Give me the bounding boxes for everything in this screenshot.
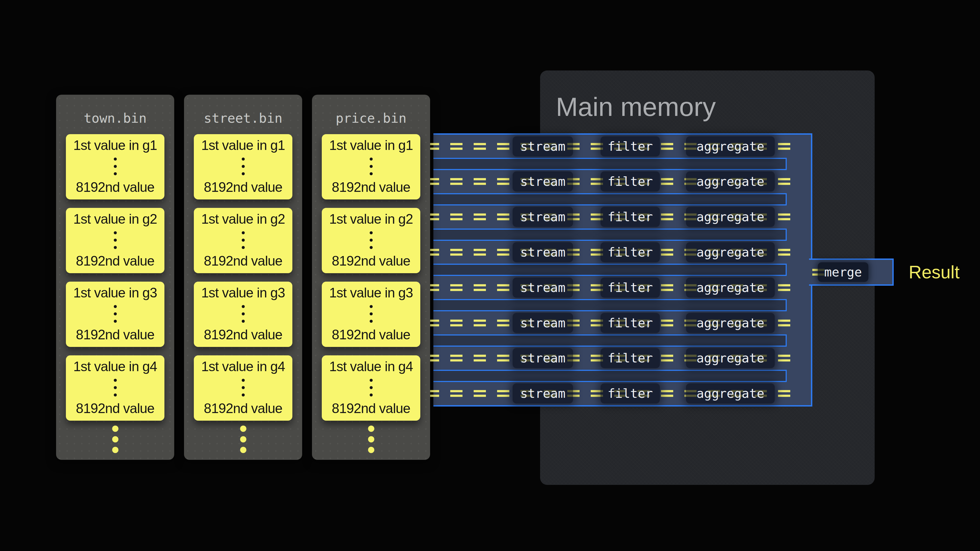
card-last-value-label: 8192nd value bbox=[204, 179, 282, 195]
card-ellipsis-icon bbox=[242, 376, 245, 399]
card-first-value-label: 1st value in g2 bbox=[201, 211, 285, 227]
ellipsis-dot bbox=[114, 157, 117, 160]
operator-box-stream: stream bbox=[512, 278, 573, 298]
ellipsis-dot bbox=[114, 165, 117, 168]
merge-operator-box: merge bbox=[818, 262, 869, 282]
value-card-g3: 1st value in g38192nd value bbox=[194, 282, 293, 347]
file-panel-price: price.bin1st value in g18192nd value1st … bbox=[312, 95, 430, 460]
card-last-value-label: 8192nd value bbox=[204, 253, 282, 269]
ellipsis-dot bbox=[370, 386, 373, 389]
card-first-value-label: 1st value in g1 bbox=[329, 137, 413, 153]
ellipsis-dot bbox=[242, 246, 245, 249]
operator-box-stream: stream bbox=[512, 242, 573, 262]
operator-box-stream: stream bbox=[512, 136, 573, 156]
value-card-g4: 1st value in g48192nd value bbox=[322, 356, 420, 421]
card-last-value-label: 8192nd value bbox=[76, 179, 154, 195]
ellipsis-dot bbox=[242, 231, 245, 234]
pipeline-gap-slot bbox=[433, 299, 787, 311]
card-ellipsis-icon bbox=[242, 156, 245, 178]
ellipsis-dot bbox=[370, 312, 373, 315]
value-card-g3: 1st value in g38192nd value bbox=[322, 282, 420, 347]
ellipsis-dot bbox=[114, 312, 117, 315]
ellipsis-dot bbox=[370, 231, 373, 234]
result-label: Result bbox=[909, 261, 959, 283]
card-first-value-label: 1st value in g1 bbox=[201, 137, 285, 153]
card-first-value-label: 1st value in g4 bbox=[201, 359, 285, 375]
value-card-g4: 1st value in g48192nd value bbox=[194, 356, 293, 421]
ellipsis-dot bbox=[242, 394, 245, 397]
ellipsis-dot bbox=[370, 379, 373, 382]
operator-box-filter: filter bbox=[601, 242, 660, 262]
operator-box-stream: stream bbox=[512, 348, 573, 368]
ellipsis-dot bbox=[240, 447, 247, 453]
ellipsis-dot bbox=[242, 165, 245, 168]
operator-box-stream: stream bbox=[512, 313, 573, 333]
file-title-street: street.bin bbox=[184, 111, 302, 126]
operator-box-filter: filter bbox=[601, 171, 660, 192]
card-ellipsis-icon bbox=[370, 156, 373, 178]
card-last-value-label: 8192nd value bbox=[332, 253, 410, 269]
operator-box-aggregate: aggregate bbox=[686, 383, 775, 403]
ellipsis-dot bbox=[114, 239, 117, 241]
ellipsis-dot bbox=[368, 426, 374, 432]
card-last-value-label: 8192nd value bbox=[76, 327, 154, 343]
pipeline-gap-slot bbox=[433, 229, 787, 241]
ellipsis-dot bbox=[242, 379, 245, 382]
operator-box-filter: filter bbox=[601, 313, 660, 333]
card-ellipsis-icon bbox=[370, 303, 373, 325]
ellipsis-dot bbox=[370, 320, 373, 323]
value-card-g2: 1st value in g28192nd value bbox=[322, 208, 420, 273]
operator-box-aggregate: aggregate bbox=[686, 136, 775, 156]
operator-box-filter: filter bbox=[601, 136, 660, 156]
operator-box-aggregate: aggregate bbox=[686, 171, 775, 192]
ellipsis-dot bbox=[114, 379, 117, 382]
operator-box-filter: filter bbox=[601, 348, 660, 368]
ellipsis-dot bbox=[114, 246, 117, 249]
operator-box-aggregate: aggregate bbox=[686, 207, 775, 227]
card-first-value-label: 1st value in g2 bbox=[73, 211, 157, 227]
value-card-g1: 1st value in g18192nd value bbox=[194, 134, 293, 200]
card-first-value-label: 1st value in g4 bbox=[329, 359, 413, 375]
more-groups-ellipsis-icon bbox=[56, 423, 174, 455]
card-ellipsis-icon bbox=[242, 303, 245, 325]
operator-box-stream: stream bbox=[512, 383, 573, 403]
ellipsis-dot bbox=[242, 386, 245, 389]
card-first-value-label: 1st value in g1 bbox=[73, 137, 157, 153]
card-ellipsis-icon bbox=[370, 229, 373, 251]
value-card-g2: 1st value in g28192nd value bbox=[194, 208, 293, 273]
ellipsis-dot bbox=[112, 447, 118, 453]
card-first-value-label: 1st value in g3 bbox=[329, 285, 413, 301]
ellipsis-dot bbox=[370, 172, 373, 175]
card-ellipsis-icon bbox=[114, 229, 117, 251]
more-groups-ellipsis-icon bbox=[312, 423, 430, 455]
operator-box-aggregate: aggregate bbox=[686, 313, 775, 333]
card-first-value-label: 1st value in g4 bbox=[73, 359, 157, 375]
value-card-g2: 1st value in g28192nd value bbox=[66, 208, 164, 273]
ellipsis-dot bbox=[370, 246, 373, 249]
ellipsis-dot bbox=[368, 436, 374, 442]
ellipsis-dot bbox=[240, 436, 247, 442]
ellipsis-dot bbox=[242, 305, 245, 308]
ellipsis-dot bbox=[242, 320, 245, 323]
file-title-town: town.bin bbox=[56, 111, 174, 126]
operator-box-stream: stream bbox=[512, 171, 573, 192]
card-last-value-label: 8192nd value bbox=[204, 327, 282, 343]
value-card-g1: 1st value in g18192nd value bbox=[322, 134, 420, 200]
card-first-value-label: 1st value in g3 bbox=[201, 285, 285, 301]
ellipsis-dot bbox=[114, 386, 117, 389]
ellipsis-dot bbox=[114, 231, 117, 234]
diagram-canvas: Main memory streamfilteraggregatestreamf… bbox=[0, 0, 980, 551]
ellipsis-dot bbox=[242, 157, 245, 160]
main-memory-title: Main memory bbox=[556, 92, 716, 122]
card-last-value-label: 8192nd value bbox=[332, 400, 410, 416]
card-last-value-label: 8192nd value bbox=[76, 253, 154, 269]
ellipsis-dot bbox=[112, 436, 118, 442]
ellipsis-dot bbox=[370, 157, 373, 160]
card-ellipsis-icon bbox=[114, 156, 117, 178]
operator-box-filter: filter bbox=[601, 207, 660, 227]
card-last-value-label: 8192nd value bbox=[332, 179, 410, 195]
ellipsis-dot bbox=[112, 426, 118, 432]
ellipsis-dot bbox=[114, 320, 117, 323]
ellipsis-dot bbox=[368, 447, 374, 453]
ellipsis-dot bbox=[114, 305, 117, 308]
